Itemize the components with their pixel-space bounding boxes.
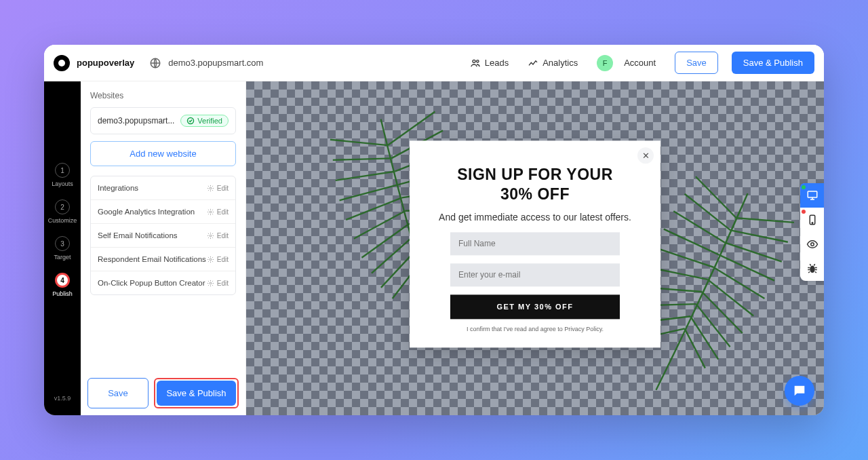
leads-link[interactable]: Leads [470,58,509,69]
edit-link[interactable]: Edit [207,280,229,287]
debug-button[interactable] [800,256,824,281]
popup-privacy-text: I confirm that I've read and agree to Pr… [430,326,640,332]
mobile-icon [806,214,818,226]
gear-icon [207,208,214,216]
edit-link[interactable]: Edit [207,232,229,239]
step-target[interactable]: 3 Target [54,236,71,261]
website-name: demo3.popupsmart... [98,116,174,126]
step-customize[interactable]: 2 Customize [48,199,77,224]
mobile-preview-button[interactable] [800,208,824,232]
account-label[interactable]: Account [624,58,656,68]
desktop-preview-button[interactable] [800,183,824,208]
save-button-top[interactable]: Save [675,52,718,74]
svg-point-1 [473,60,475,62]
popup-close-button[interactable]: ✕ [637,147,654,164]
edit-link[interactable]: Edit [207,256,229,263]
save-publish-button-top[interactable]: Save & Publish [732,52,814,74]
save-publish-button-bottom[interactable]: Save & Publish [157,381,236,406]
device-toolbar [800,183,824,281]
add-website-button[interactable]: Add new website [90,141,236,166]
chat-icon [792,383,807,398]
check-circle-icon [186,117,195,125]
version-label: v1.5.9 [54,395,71,402]
gear-icon [207,232,214,239]
current-domain: demo3.popupsmart.com [168,58,263,68]
app-title: popupoverlay [77,58,134,68]
edit-link[interactable]: Edit [207,208,229,216]
status-dot-active [802,185,806,189]
websites-heading: Websites [90,91,236,100]
popup-subtitle: And get immediate access to our latest o… [430,211,640,225]
preview-canvas: ✕ SIGN UP FOR YOUR 30% OFF And get immed… [246,81,824,415]
publish-highlight: Save & Publish [154,378,239,408]
email-input[interactable] [450,263,620,286]
settings-integrations[interactable]: Integrations Edit [91,176,235,200]
gear-icon [207,280,214,287]
chat-launcher[interactable] [785,376,814,406]
svg-point-7 [210,258,212,261]
leads-label: Leads [485,58,509,68]
website-row[interactable]: demo3.popupsmart... Verified [90,107,236,134]
eye-icon [806,238,818,250]
svg-point-11 [812,223,813,224]
fullname-input[interactable] [450,232,620,255]
svg-point-8 [210,282,212,284]
settings-ga[interactable]: Google Analytics Integration Edit [91,200,235,224]
gear-icon [207,256,214,263]
popup-title: SIGN UP FOR YOUR 30% OFF [430,165,640,204]
desktop-icon [806,189,818,202]
step-rail: 1 Layouts 2 Customize 3 Target 4 Publish… [44,81,81,415]
settings-onclick-creator[interactable]: On-Click Popup Button Creator Edit [91,271,235,294]
analytics-link[interactable]: Analytics [528,58,578,69]
save-button-bottom[interactable]: Save [87,378,149,408]
app-logo [54,55,70,71]
side-panel: Websites demo3.popupsmart... Verified Ad… [81,81,246,415]
panel-footer: Save Save & Publish [81,371,245,415]
edit-link[interactable]: Edit [207,185,229,192]
globe-icon [149,57,161,69]
bug-icon [806,263,818,275]
account-avatar[interactable]: F [597,55,613,71]
status-dot-inactive [802,210,806,214]
settings-self-email[interactable]: Self Email Notifications Edit [91,224,235,248]
popup-cta-button[interactable]: GET MY 30% OFF [450,294,620,319]
settings-list: Integrations Edit Google Analytics Integ… [90,176,236,295]
svg-rect-9 [808,191,817,197]
analytics-label: Analytics [542,58,578,68]
preview-visibility-button[interactable] [800,232,824,256]
step-layouts[interactable]: 1 Layouts [52,163,73,187]
svg-point-12 [811,243,814,246]
step-publish[interactable]: 4 Publish [52,273,73,297]
svg-point-4 [210,187,212,189]
svg-point-5 [210,211,212,213]
top-bar: popupoverlay demo3.popupsmart.com Leads … [44,45,824,81]
analytics-icon [528,58,538,69]
gear-icon [207,185,214,192]
svg-point-6 [210,235,212,237]
leads-icon [470,58,481,69]
popup-preview: ✕ SIGN UP FOR YOUR 30% OFF And get immed… [410,140,660,347]
settings-respondent-email[interactable]: Respondent Email Notifications Edit [91,248,235,271]
svg-point-2 [476,60,478,62]
svg-point-13 [810,266,815,273]
verified-pill: Verified [180,115,229,127]
